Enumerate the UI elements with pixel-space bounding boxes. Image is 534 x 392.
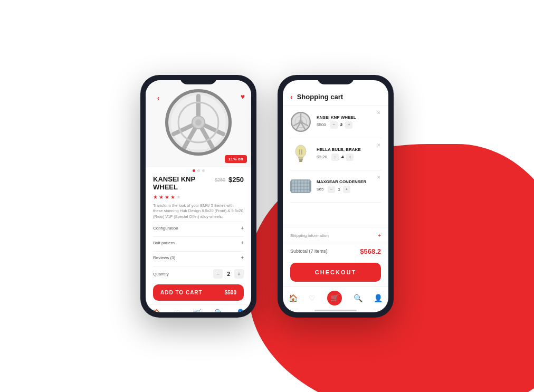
- cart-bulb-qty: 4: [341, 155, 344, 159]
- star-2: ★: [159, 194, 164, 200]
- quantity-row: Quantity − 2 +: [153, 266, 244, 281]
- svg-rect-36: [309, 181, 311, 192]
- checkout-button[interactable]: CHECKOUT: [290, 263, 381, 282]
- cart-item-bulb-thumb: [290, 144, 311, 165]
- nav-profile-2[interactable]: 👤: [374, 294, 383, 302]
- cart-item-wheel-close[interactable]: ✕: [377, 110, 381, 116]
- add-to-cart-price: $500: [225, 290, 236, 295]
- old-price: $280: [215, 177, 225, 183]
- cart-item-bulb-close[interactable]: ✕: [377, 142, 381, 148]
- svg-rect-22: [299, 159, 303, 160]
- favorite-button[interactable]: ♥: [241, 92, 245, 101]
- cart-item-condenser-price: $65: [317, 187, 323, 192]
- svg-rect-23: [299, 160, 302, 162]
- scene: ‹ ♥: [0, 0, 534, 392]
- cart-item-wheel-price-row: $500 − 2 +: [317, 121, 381, 129]
- cart-item-condenser-close[interactable]: ✕: [377, 175, 381, 180]
- nav-search-1[interactable]: 🔍: [214, 309, 223, 312]
- accordion-configuration[interactable]: Configuration +: [153, 222, 244, 234]
- bottom-nav-2: 🏠 ♡ 🛒 🔍 👤: [283, 286, 388, 308]
- dot-2: [197, 169, 200, 172]
- accordion-reviews-icon: +: [241, 255, 244, 261]
- accordion-bolt-pattern-icon: +: [241, 240, 244, 246]
- phone1-notch: [180, 75, 217, 84]
- checkout-label: CHECKOUT: [315, 269, 356, 275]
- cart-bulb-decrease[interactable]: −: [331, 154, 339, 161]
- cart-item-wheel-name: KNSEI KNP WHEEL: [317, 115, 381, 120]
- image-dots: [146, 167, 251, 174]
- cart-wheel-increase[interactable]: +: [345, 121, 352, 129]
- nav-home-1[interactable]: 🏠: [152, 309, 161, 312]
- svg-point-8: [195, 119, 202, 126]
- wheel-image: [164, 88, 233, 157]
- quantity-value: 2: [227, 271, 230, 277]
- nav-profile-1[interactable]: 👤: [236, 309, 245, 312]
- star-4: ★: [170, 194, 175, 200]
- phone-product-detail: ‹ ♥: [140, 75, 256, 318]
- cart-wheel-qty: 2: [340, 122, 342, 127]
- subtotal-value: $568.2: [360, 247, 381, 255]
- quantity-increase[interactable]: +: [234, 269, 244, 279]
- add-to-cart-label: ADD TO CART: [160, 290, 203, 295]
- accordion-reviews-label: Reviews (3): [153, 255, 175, 260]
- new-price: $250: [228, 176, 244, 184]
- accordion-bolt-pattern[interactable]: Bolt pattern +: [153, 236, 244, 249]
- accordion-bolt-pattern-label: Bolt pattern: [153, 241, 175, 245]
- back-button[interactable]: ‹: [152, 92, 165, 104]
- cart-item-condenser-price-row: $65 − 1 +: [317, 186, 381, 193]
- nav-favorites-2[interactable]: ♡: [309, 294, 316, 302]
- cart-item-wheel-price: $500: [317, 122, 326, 127]
- dot-3: [202, 169, 205, 172]
- star-5: ★: [176, 194, 181, 200]
- quantity-decrease[interactable]: −: [213, 269, 223, 279]
- accordion-configuration-icon: +: [241, 225, 244, 231]
- svg-point-20: [295, 145, 306, 158]
- cart-items-list: KNSEI KNP WHEEL $500 − 2 + ✕: [283, 106, 388, 227]
- cart-item-condenser-thumb: [290, 176, 311, 197]
- phone2-inner: ‹ Shopping cart: [283, 80, 388, 312]
- heart-icon: ♥: [241, 92, 245, 101]
- quantity-label: Quantity: [153, 272, 169, 276]
- nav-search-2[interactable]: 🔍: [354, 294, 363, 302]
- cart-item-bulb-price-row: $3.20 − 4 +: [317, 154, 381, 161]
- nav-home-2[interactable]: 🏠: [289, 294, 298, 302]
- star-1: ★: [153, 194, 158, 200]
- cart-bulb-image: [293, 144, 309, 164]
- cart-item-condenser-details: MAXGEAR CONDENSER $65 − 1 +: [317, 179, 381, 193]
- bottom-nav-1: 🏠 ♡ 🛒 🔍 👤: [146, 304, 251, 312]
- cart-wheel-decrease[interactable]: −: [330, 121, 338, 129]
- cart-item-bulb-name: HELLA BULB, BRAKE: [317, 147, 381, 152]
- nav-cart-1[interactable]: 🛒: [193, 309, 202, 312]
- add-to-cart-button[interactable]: ADD TO CART $500: [153, 284, 244, 301]
- svg-rect-35: [290, 181, 292, 192]
- cart-item-condenser: MAXGEAR CONDENSER $65 − 1 + ✕: [290, 170, 381, 203]
- cart-item-wheel: KNSEI KNP WHEEL $500 − 2 + ✕: [290, 106, 381, 138]
- accordion-reviews[interactable]: Reviews (3) +: [153, 251, 244, 264]
- cart-condenser-decrease[interactable]: −: [328, 186, 335, 193]
- cart-back-icon[interactable]: ‹: [290, 93, 293, 101]
- nav-bar-2: [314, 310, 357, 311]
- quantity-controls: − 2 +: [213, 269, 244, 279]
- product-image-area: ‹ ♥: [146, 80, 251, 167]
- nav-favorites-1[interactable]: ♡: [174, 309, 180, 312]
- shipping-plus-icon: +: [378, 233, 381, 238]
- cart-condenser-image: [290, 178, 311, 195]
- cart-wheel-image: [291, 112, 311, 132]
- shipping-label: Shipping information: [290, 233, 329, 238]
- accordion-configuration-label: Configuration: [153, 226, 178, 231]
- product-name: KANSEI KNP WHEEL: [153, 175, 215, 191]
- cart-item-wheel-details: KNSEI KNP WHEEL $500 − 2 +: [317, 115, 381, 129]
- product-description: Transform the look of your BMW 5 Series …: [153, 203, 244, 220]
- cart-condenser-increase[interactable]: +: [343, 186, 350, 193]
- shipping-row[interactable]: Shipping information +: [283, 227, 388, 244]
- cart-title: Shopping cart: [297, 93, 343, 101]
- price-row: $280 $250: [215, 176, 244, 184]
- cart-item-bulb: HELLA BULB, BRAKE $3.20 − 4 + ✕: [290, 138, 381, 170]
- product-title-row: KANSEI KNP WHEEL $280 $250: [153, 175, 244, 191]
- nav-cart-2[interactable]: 🛒: [327, 291, 342, 305]
- cart-wheel-qty-controls: − 2 +: [330, 121, 352, 129]
- star-3: ★: [165, 194, 169, 200]
- cart-item-bulb-details: HELLA BULB, BRAKE $3.20 − 4 +: [317, 147, 381, 161]
- subtotal-row: Subtotal (7 items) $568.2: [283, 244, 388, 259]
- cart-bulb-increase[interactable]: +: [346, 154, 354, 161]
